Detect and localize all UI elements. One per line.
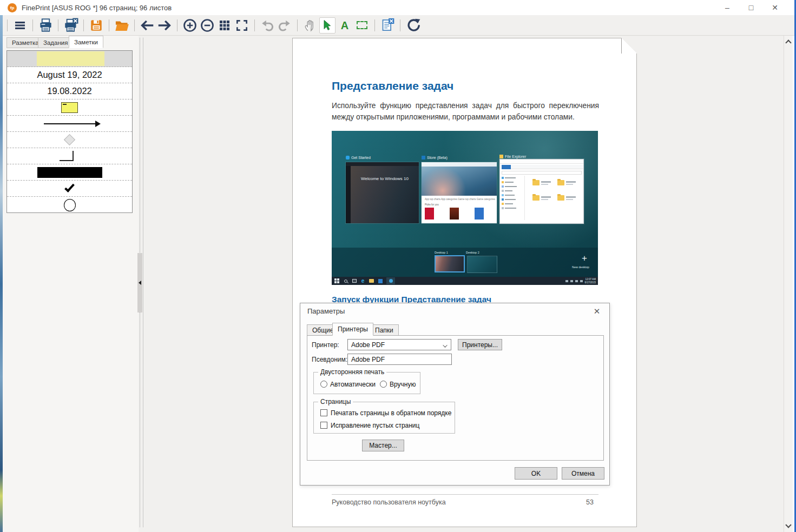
arrow-icon (44, 123, 96, 124)
printer-select[interactable]: Adobe PDF (347, 339, 451, 350)
minimize-button[interactable]: – (715, 1, 739, 15)
cancel-button[interactable]: Отмена (562, 467, 604, 480)
welcome-caption: Welcome to Windows 10 (352, 176, 417, 181)
print-delete-icon[interactable] (63, 17, 79, 34)
taskbar-get-started-icon (386, 277, 395, 284)
undo-icon[interactable] (259, 17, 275, 34)
master-button[interactable]: Мастер... (362, 440, 404, 451)
menu-icon[interactable] (12, 17, 28, 34)
print-icon[interactable] (37, 17, 54, 34)
note-sticky[interactable] (7, 99, 132, 116)
checkbox-fix-blank[interactable] (320, 422, 327, 429)
start-icon (334, 278, 339, 283)
text-note-tool-icon[interactable]: A (337, 17, 353, 34)
separator (297, 19, 298, 31)
zoom-in-icon[interactable] (182, 17, 198, 34)
embedded-window3-title: File Explorer (499, 155, 526, 158)
dialog-tab-papki[interactable]: Папки (370, 324, 399, 336)
desktop2-label: Desktop 2 (466, 251, 479, 254)
sticky-note-icon (61, 102, 78, 113)
note-delete-icon[interactable] (379, 17, 396, 34)
circle-icon (64, 199, 76, 211)
thumb-store: App top charts App categories Game top c… (422, 162, 497, 223)
note-diamond[interactable] (7, 132, 132, 148)
hand-tool-icon[interactable] (302, 17, 318, 34)
pages-group-title: Страницы (318, 398, 353, 405)
collapse-arrow-icon (139, 281, 141, 285)
scroll-up-icon[interactable] (785, 39, 791, 45)
dialog-tab-printery[interactable]: Принтеры (332, 323, 373, 336)
store-tile-game (450, 208, 459, 220)
note-arrow[interactable] (7, 116, 132, 132)
radio-automatic[interactable] (320, 381, 327, 388)
get-started-icon (346, 156, 350, 159)
alias-input[interactable]: Adobe PDF (347, 354, 452, 365)
filled-rectangle-icon (37, 167, 102, 178)
thumbnail-grid-icon[interactable] (216, 17, 233, 34)
notes-list: August 19, 2022 19.08.2022 (6, 50, 133, 213)
note-circle[interactable] (7, 197, 132, 213)
embedded-window1-title: Get Started (346, 156, 371, 159)
separator (32, 19, 33, 31)
maximize-button[interactable]: □ (739, 1, 763, 15)
taskbar-folder-icon (369, 278, 374, 283)
dialog-close-icon[interactable]: ✕ (591, 306, 602, 317)
printers-button[interactable]: Принтеры... (458, 339, 502, 350)
alias-label: Псевдоним: (312, 356, 347, 363)
separator (58, 19, 58, 31)
refresh-icon[interactable] (405, 17, 421, 34)
note-highlight[interactable] (7, 51, 132, 67)
splitter-handle[interactable] (137, 253, 142, 312)
task-view-icon (352, 278, 357, 283)
file-explorer-icon (499, 155, 503, 158)
duplex-group: Двусторонняя печать Автоматически Вручну… (313, 372, 420, 394)
note-corner[interactable] (7, 148, 132, 164)
note-checkmark[interactable] (7, 181, 132, 197)
embedded-screenshot: Get Started Store (Beta) File Explorer W… (332, 131, 598, 285)
printer-label: Принтер: (312, 341, 339, 349)
thumb-get-started: Welcome to Windows 10 (346, 162, 419, 223)
embedded-taskbar: e 12:07 AM 6/17/2015 (332, 277, 598, 285)
save-icon[interactable] (88, 17, 104, 34)
duplex-group-title: Двусторонняя печать (318, 368, 386, 376)
options-dialog: Параметры ✕ Общие Принтеры Папки Принтер… (300, 303, 610, 486)
fineprint-window: fp FinePrint [ASUS ROG *] 96 страниц; 96… (0, 0, 796, 532)
select-cursor-icon[interactable] (319, 17, 335, 34)
forward-arrow-icon[interactable] (156, 17, 173, 34)
app-logo-icon: fp (8, 3, 17, 12)
note-date-long[interactable]: August 19, 2022 (7, 67, 132, 83)
separator (254, 19, 255, 31)
close-button[interactable]: ✕ (763, 1, 787, 15)
separator (177, 19, 177, 31)
ok-button[interactable]: OK (515, 467, 557, 480)
diamond-icon (64, 134, 75, 145)
toolbar: A (0, 15, 794, 36)
footer-page-number: 53 (586, 498, 594, 506)
open-folder-icon[interactable] (114, 17, 130, 34)
store-tile-red (425, 208, 434, 220)
window-controls: – □ ✕ (715, 1, 787, 15)
redo-icon[interactable] (277, 17, 293, 34)
fit-page-icon[interactable] (234, 17, 250, 34)
note-black-rect[interactable] (7, 164, 132, 181)
new-desktop-label: New desktop (572, 265, 589, 269)
embedded-window2-title: Store (Beta) (422, 156, 448, 159)
tab-zadaniya[interactable]: Задания (38, 37, 73, 48)
vertical-scrollbar[interactable] (784, 36, 793, 532)
separator (374, 19, 375, 31)
scroll-down-icon[interactable] (785, 522, 791, 528)
separator (109, 19, 109, 31)
separator (83, 19, 84, 31)
taskbar-clock: 12:07 AM 6/17/2015 (585, 278, 596, 284)
note-date-short[interactable]: 19.08.2022 (7, 83, 132, 99)
back-arrow-icon[interactable] (139, 17, 155, 34)
radio-manual[interactable] (380, 381, 387, 388)
zoom-out-icon[interactable] (199, 17, 215, 34)
tab-zametki[interactable]: Заметки (69, 36, 103, 48)
checkbox-reverse-order[interactable] (320, 409, 327, 416)
separator (134, 19, 135, 31)
checkmark-icon (64, 182, 75, 192)
checkbox-reverse-order-label: Печатать страницы в обратном порядке (331, 409, 451, 417)
marquee-select-icon[interactable] (354, 17, 370, 34)
thumb-file-explorer (499, 159, 584, 224)
